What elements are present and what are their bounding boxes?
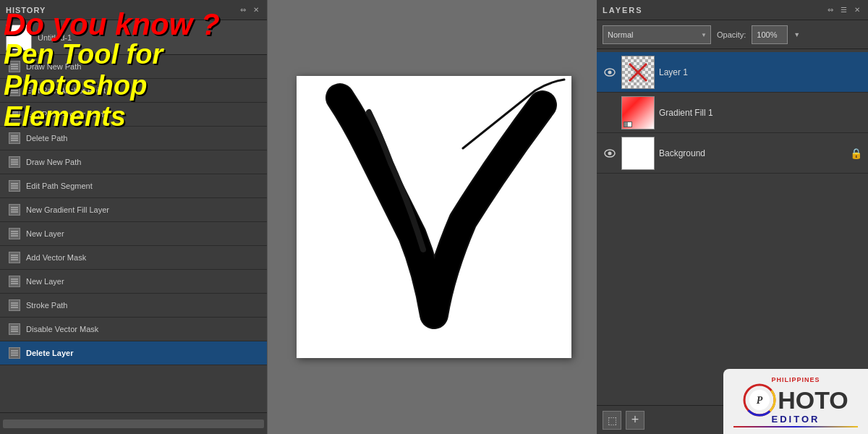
history-item[interactable]: New Gradient Fill Layer [0, 198, 267, 222]
history-item[interactable]: Disable Vector Mask [0, 318, 267, 341]
history-item[interactable]: Add Vector Mask [0, 246, 267, 270]
history-item-icon [9, 109, 20, 120]
layers-header: LAYERS ⇔ ☰ ✕ [597, 0, 868, 20]
background-name: Background [659, 148, 846, 158]
history-panel: HISTORY ⇔ ✕ Do you know ? Pen Tool for P… [0, 0, 268, 434]
close-icon[interactable]: ✕ [251, 5, 261, 14]
history-item[interactable]: Draw New Path [0, 55, 267, 79]
history-item-label: Add Vector Mask [26, 253, 86, 262]
canvas-area [268, 0, 600, 434]
history-item-icon [9, 323, 20, 335]
opacity-label: Opacity: [717, 30, 746, 39]
layers-resize-icon[interactable]: ⇔ [825, 5, 835, 14]
history-item-label: Draw New Path [26, 158, 81, 166]
layer-item-layer1[interactable]: Layer 1 [597, 52, 868, 93]
history-item-label: Delete Layer [26, 349, 73, 357]
history-item[interactable]: Delete Layer [0, 341, 267, 365]
resize-icon[interactable]: ⇔ [238, 5, 248, 14]
layer-item-gradient[interactable]: Gradient Fill 1 [597, 93, 868, 133]
history-item[interactable]: Edit Path Segment [0, 174, 267, 198]
add-layer-button[interactable]: + [626, 411, 644, 430]
background-thumbnail [621, 137, 655, 170]
layers-controls: ⇔ ☰ ✕ [825, 5, 862, 14]
history-item[interactable]: Delete Path [0, 127, 267, 150]
create-group-button[interactable]: ⬚ [603, 411, 621, 430]
svg-text:P: P [757, 395, 763, 406]
layer1-visibility-icon[interactable] [603, 65, 617, 80]
background-lock-icon: 🔒 [850, 148, 862, 159]
svg-point-5 [608, 151, 612, 155]
history-panel-title: HISTORY [6, 6, 46, 14]
blend-row: Normal Multiply Screen Overlay Opacity: … [597, 20, 868, 49]
layer-item-background[interactable]: Background 🔒 [597, 133, 868, 174]
history-panel-header: HISTORY ⇔ ✕ [0, 0, 267, 20]
blend-mode-wrapper[interactable]: Normal Multiply Screen Overlay [603, 25, 711, 44]
history-item-label: Delete Path [26, 134, 67, 142]
canvas-frame [297, 76, 571, 358]
layers-panel: LAYERS ⇔ ☰ ✕ Normal Multiply Screen Over… [597, 0, 868, 434]
history-item-label: Disable Vector Mask [26, 325, 98, 333]
layers-close-icon[interactable]: ✕ [852, 5, 862, 14]
logo-editor-text: EDITOR [772, 414, 820, 425]
history-item-icon [9, 156, 20, 168]
opacity-value[interactable]: 100% [752, 25, 788, 44]
history-item[interactable]: New Layer [0, 222, 267, 246]
logo-circle-icon: P [743, 383, 776, 417]
logo-photo-row: P HOTO [743, 383, 848, 417]
history-item[interactable]: Edit Path Anchor Point [0, 103, 267, 127]
opacity-dropdown-icon[interactable]: ▼ [793, 31, 800, 38]
layers-panel-title: LAYERS [603, 6, 643, 14]
history-item[interactable]: Edit Path Anchor Point [0, 79, 267, 103]
history-item[interactable]: Stroke Path [0, 294, 267, 318]
history-thumbnail-label: Untitled-1 [38, 33, 72, 42]
gradient-fill-indicator [624, 122, 632, 127]
background-visibility-icon[interactable] [603, 146, 617, 161]
gradient-name: Gradient Fill 1 [659, 108, 862, 118]
history-thumbnail [6, 25, 32, 51]
layer1-thumbnail [621, 56, 655, 89]
philippines-photo-editor-logo: PHILIPPINES P HOTO EDITOR [723, 369, 868, 434]
history-item-icon [9, 85, 20, 96]
history-item-label: Edit Path Anchor Point [26, 86, 106, 95]
history-item-icon [9, 61, 20, 72]
history-item-label: Stroke Path [26, 301, 67, 310]
gradient-thumbnail [621, 96, 655, 129]
history-item-label: New Layer [26, 229, 64, 238]
history-item-icon [9, 204, 20, 216]
history-item[interactable]: Draw New Path [0, 150, 267, 174]
history-item-icon [9, 228, 20, 239]
svg-point-1 [608, 70, 612, 74]
history-item-label: Edit Path Anchor Point [26, 110, 106, 119]
history-item-icon [9, 299, 20, 311]
canvas-drawing [297, 76, 571, 358]
logo-photo-text: HOTO [778, 388, 848, 412]
history-thumbnail-row: Untitled-1 [0, 20, 267, 55]
history-item-label: New Layer [26, 277, 64, 286]
scrollbar-track[interactable] [3, 420, 264, 428]
layer1-name: Layer 1 [659, 67, 862, 77]
panel-controls: ⇔ ✕ [238, 5, 261, 14]
layers-menu-icon[interactable]: ☰ [838, 5, 849, 14]
history-item-label: Edit Path Segment [26, 182, 93, 190]
history-item-icon [9, 252, 20, 263]
history-item-icon [9, 347, 20, 359]
history-item[interactable]: New Layer [0, 270, 267, 294]
history-item-icon [9, 132, 20, 144]
history-scrollbar[interactable] [0, 412, 267, 434]
blend-mode-select[interactable]: Normal Multiply Screen Overlay [603, 25, 711, 44]
history-item-label: New Gradient Fill Layer [26, 205, 109, 214]
history-item-icon [9, 276, 20, 287]
logo-divider [733, 426, 859, 427]
history-item-icon [9, 180, 20, 192]
history-item-label: Draw New Path [26, 62, 81, 71]
logo-philippines-text: PHILIPPINES [771, 376, 820, 383]
layers-list: Layer 1 Gradient Fill 1 Background 🔒 [597, 49, 868, 176]
history-list[interactable]: Draw New Path Edit Path Anchor Point Edi… [0, 55, 267, 412]
gradient-visibility-icon[interactable] [603, 106, 617, 120]
